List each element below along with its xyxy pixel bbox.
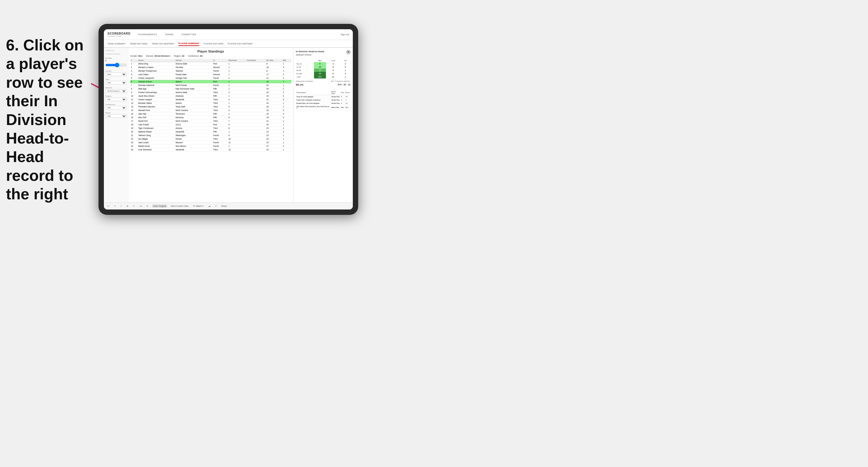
nav-tournaments[interactable]: TOURNAMENTS xyxy=(136,33,158,36)
table-row[interactable]: 15 Jake Hall Tennessee Fifth 1 16 0 xyxy=(130,112,291,116)
table-row[interactable]: 7 Nicholas Gabrelcik North Florida Fourt… xyxy=(130,84,291,87)
table-row[interactable]: 4 Luke Claton Florida State Second 1 17 … xyxy=(130,73,291,76)
table-row[interactable]: 11 Gordon Sargent Vanderbilt Third 4 21 … xyxy=(130,98,291,101)
cell-win: 1 xyxy=(282,69,291,73)
tab-team-h2h-heatmap[interactable]: TEAM H2H HEATMAP xyxy=(152,42,174,46)
cell-conf xyxy=(246,87,266,91)
table-row[interactable]: 25 Cole Sherwood Vanderbilt Third 12 23 … xyxy=(130,148,291,152)
h2h-loss: 6 xyxy=(326,72,340,75)
cut-button[interactable]: ✂ xyxy=(132,205,136,208)
tourn-pos: 2 xyxy=(341,98,345,102)
gender-select[interactable]: Men Women xyxy=(105,72,127,76)
watch-button[interactable]: 👁 Watch ▾ xyxy=(192,205,205,208)
add-button[interactable]: ⊕ xyxy=(125,205,129,208)
sidebar-region: Region N/A xyxy=(105,95,127,101)
table-row[interactable]: 6 Jackson Koivun Auburn First 1 19 1 xyxy=(130,80,291,84)
dot-button[interactable]: ••• xyxy=(138,205,143,208)
table-row[interactable]: 16 Alex Goff Kentucky Fifth 8 19 0 xyxy=(130,116,291,119)
table-row[interactable]: 10 Jacob Mou-Olesen Arkansas Fifth 1 23 … xyxy=(130,94,291,98)
tab-team-h2h-grid[interactable]: TEAM H2H GRID xyxy=(130,42,148,46)
table-row[interactable]: 14 Maxwell Ford North Carolina Third 3 2… xyxy=(130,108,291,112)
division-filter: Division: NCAA Division I xyxy=(146,55,170,57)
tab-player-h2h-heatmap[interactable]: PLAYER H2H HEATMAP xyxy=(228,42,253,46)
cell-win: 0 xyxy=(282,108,291,112)
table-row[interactable]: 21 Taehoon Song Washington Fourth 6 23 1 xyxy=(130,134,291,137)
table-row[interactable]: 8 Mats Ege East Tennessee State Fifth 1 … xyxy=(130,87,291,91)
table-row[interactable]: 24 Bastien Amat New Mexico Fourth 1 27 2 xyxy=(130,145,291,148)
table-row[interactable]: 13 Phichaksn Maichon Texas A&M Third 6 3… xyxy=(130,105,291,108)
table-row[interactable]: 20 Matthew Riedel Vanderbilt Fifth 1 19 … xyxy=(130,130,291,134)
cell-win: 2 xyxy=(282,130,291,134)
region-filter: Region: All xyxy=(174,55,184,57)
cell-conf xyxy=(246,134,266,137)
no-rds-slider[interactable] xyxy=(105,63,127,67)
table-row[interactable]: 12 Brendan Valdes Auburn Third 1 24 1 xyxy=(130,101,291,105)
refresh-button[interactable]: ↻ xyxy=(145,205,150,208)
h2h-win: 20 xyxy=(314,65,326,69)
h2h-rank-label: 51-100 xyxy=(296,72,314,75)
share-button[interactable]: Share xyxy=(220,205,228,208)
table-row[interactable]: 3 Michael Thorbjornsen Stanford Fourth 1… xyxy=(130,69,291,73)
table-row[interactable]: 5 Christo Lamprecht Georgia Tech Fourth … xyxy=(130,76,291,80)
cell-player: Bastien Amat xyxy=(137,145,175,148)
table-row[interactable]: 2 Michael La Sasso Ole Miss Second 1 18 … xyxy=(130,66,291,69)
h2h-col-win: Win xyxy=(314,59,326,62)
tab-player-h2h-grid[interactable]: PLAYER H2H GRID xyxy=(204,42,223,46)
cell-conf xyxy=(246,145,266,148)
h2h-rank-label: Top 10 xyxy=(296,62,314,65)
cell-rds: 24 xyxy=(266,101,282,105)
tab-team-summary[interactable]: TEAM SUMMARY xyxy=(107,42,126,46)
year-select[interactable]: (All) xyxy=(105,81,127,85)
region-select[interactable]: N/A xyxy=(105,98,127,101)
cell-num: 17 xyxy=(130,119,137,123)
conference-select[interactable]: (All) xyxy=(105,106,127,110)
nav-committee[interactable]: COMMITTEE xyxy=(180,33,197,36)
col-school: School xyxy=(175,59,212,62)
table-row[interactable]: 19 Tiger Christensen Arizona Third 8 23 … xyxy=(130,127,291,130)
h2h-row: 11-25 20 9 5 xyxy=(296,65,350,69)
cell-player: Michael Thorbjornsen xyxy=(137,69,175,73)
h2h-loss: 9 xyxy=(326,65,340,69)
table-row[interactable]: 17 David Ford North Carolina Third 7 21 … xyxy=(130,119,291,123)
main-content: Update time: 27/03/2024 16:56:26 No Rds.… xyxy=(104,48,353,202)
cell-yr: Fifth xyxy=(212,87,227,91)
redo-button[interactable]: ↪ xyxy=(113,205,117,208)
table-row[interactable]: 22 Ian Gilligan Florida Third 10 24 1 xyxy=(130,137,291,141)
table-row[interactable]: 18 Luke Powell UCLA First 4 24 1 xyxy=(130,123,291,127)
h2h-loss: 4 xyxy=(326,69,340,72)
close-button[interactable]: ✕ xyxy=(346,50,350,54)
table-row[interactable]: 23 Jack Lundin Missouri Fourth 11 24 1 xyxy=(130,141,291,145)
cell-win: 1 xyxy=(282,119,291,123)
cell-num: 5 xyxy=(130,76,137,80)
cloud-button[interactable]: ☁ xyxy=(207,205,212,208)
cell-player: Cole Sherwood xyxy=(137,148,175,152)
cell-rds: 24 xyxy=(266,91,282,94)
cell-yr: Third xyxy=(212,98,227,101)
sign-out-button[interactable]: Sign out xyxy=(341,33,349,36)
save-custom-view-button[interactable]: Save Custom View xyxy=(169,205,190,208)
cell-yr: Fourth xyxy=(212,69,227,73)
nav-teams[interactable]: TEAMS xyxy=(163,33,175,36)
undo-button[interactable]: ↩ xyxy=(106,205,111,208)
grid-button[interactable]: ≡ xyxy=(214,205,218,208)
sidebar-no-rds: No Rds. 6 xyxy=(105,57,127,68)
sidebar-player: Player (All) xyxy=(105,112,127,118)
cell-rds: 18 xyxy=(266,66,282,69)
cell-yr: Third xyxy=(212,91,227,94)
cell-school: New Mexico xyxy=(175,145,212,148)
cell-yr: Second xyxy=(212,66,227,69)
instruction-text: 6. Click on a player's row to see their … xyxy=(0,30,95,210)
view-original-button[interactable]: View: Original xyxy=(152,205,167,208)
tab-player-summary[interactable]: PLAYER SUMMARY xyxy=(179,41,199,46)
player-select[interactable]: (All) xyxy=(105,114,127,118)
table-row[interactable]: 1 Wenyi Ding Arizona State First 1 8 1 xyxy=(130,62,291,66)
cell-yr: Fifth xyxy=(212,130,227,134)
division-select[interactable]: NCAA Division I xyxy=(105,89,127,93)
cell-reg: 1 xyxy=(227,73,246,76)
h2h-loss: 11 xyxy=(326,75,340,79)
table-row[interactable]: 9 Preston Summerhays Arizona State Third… xyxy=(130,91,291,94)
cell-conf xyxy=(246,98,266,101)
tourn-name: Amer Ari Intercollegiate xyxy=(296,95,331,98)
forward-button[interactable]: ⤴ xyxy=(119,205,123,208)
cell-conf xyxy=(246,69,266,73)
